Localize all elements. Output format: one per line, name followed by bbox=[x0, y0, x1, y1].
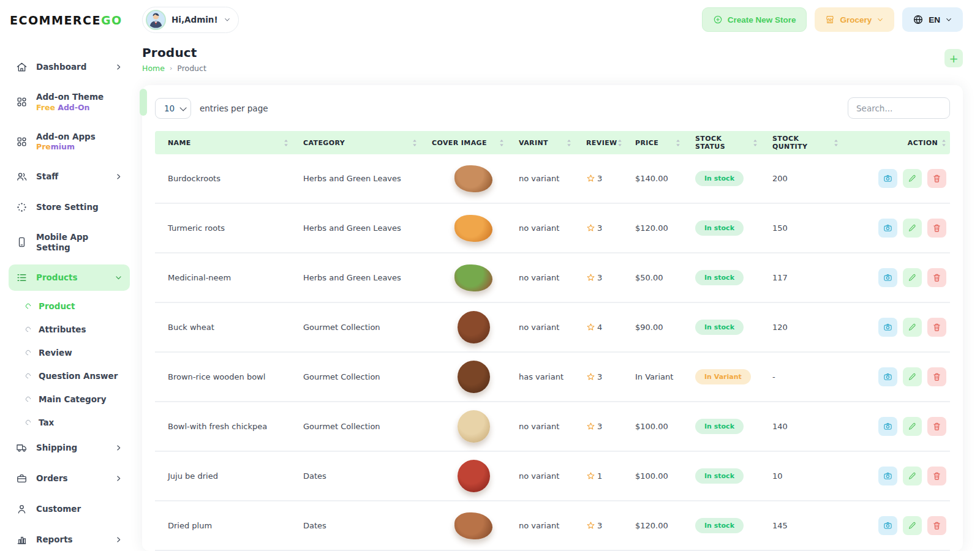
column-header-price[interactable]: PRICE bbox=[635, 139, 695, 147]
view-button[interactable] bbox=[878, 318, 897, 337]
sidebar-item-sublabel: Premium bbox=[36, 142, 96, 152]
pencil-icon bbox=[908, 323, 917, 332]
sidebar-subitem-product[interactable]: Product bbox=[9, 295, 130, 317]
row-actions bbox=[853, 417, 950, 436]
edit-button[interactable] bbox=[903, 318, 922, 337]
column-header-review[interactable]: REVIEW bbox=[586, 139, 635, 147]
pencil-icon bbox=[908, 174, 917, 183]
edit-button[interactable] bbox=[903, 367, 922, 386]
topbar-actions: Create New Store Grocery EN bbox=[702, 7, 963, 32]
pencil-icon bbox=[908, 422, 917, 431]
camera-icon bbox=[883, 174, 892, 183]
breadcrumb-home-link[interactable]: Home bbox=[142, 64, 165, 73]
bullet-icon bbox=[24, 419, 31, 425]
search-input[interactable] bbox=[848, 97, 950, 119]
column-header-status[interactable]: STOCK STATUS bbox=[695, 135, 772, 151]
edit-button[interactable] bbox=[903, 219, 922, 238]
column-header-variant[interactable]: VARINT bbox=[519, 139, 586, 147]
trash-icon bbox=[932, 323, 941, 332]
delete-button[interactable] bbox=[927, 318, 946, 337]
sidebar-subitem-review[interactable]: Review bbox=[9, 342, 130, 364]
delete-button[interactable] bbox=[927, 219, 946, 238]
delete-button[interactable] bbox=[927, 367, 946, 386]
view-button[interactable] bbox=[878, 268, 897, 287]
sidebar-item-label: Orders bbox=[36, 473, 68, 484]
row-actions bbox=[853, 268, 950, 287]
edit-button[interactable] bbox=[903, 169, 922, 188]
sidebar-subitem-question-answer[interactable]: Question Answer bbox=[9, 365, 130, 387]
user-menu[interactable]: Hi,Admin! bbox=[142, 7, 239, 33]
view-button[interactable] bbox=[878, 516, 897, 535]
column-header-cover[interactable]: COVER IMAGE bbox=[432, 139, 519, 147]
column-header-action[interactable]: ACTION bbox=[853, 139, 950, 147]
add-product-button[interactable]: + bbox=[944, 49, 963, 67]
cover-image-cell bbox=[432, 410, 519, 443]
column-header-name[interactable]: NAME bbox=[168, 139, 303, 147]
product-name: Juju be dried bbox=[168, 471, 303, 481]
column-header-qty[interactable]: STOCK QUNTITY bbox=[772, 135, 853, 151]
sidebar-item-label: Add-on ThemeFree Add-On bbox=[36, 92, 104, 113]
sidebar-item-reports[interactable]: Reports bbox=[9, 527, 130, 551]
view-button[interactable] bbox=[878, 219, 897, 238]
sidebar-item-mobile-app-setting[interactable]: Mobile App Setting bbox=[9, 225, 130, 260]
sidebar-item-add-on-theme[interactable]: Add-on ThemeFree Add-On bbox=[9, 84, 130, 120]
stock-quantity: - bbox=[772, 372, 853, 381]
brand-logo[interactable]: ECOMMERCEGO bbox=[9, 13, 130, 27]
delete-button[interactable] bbox=[927, 417, 946, 436]
product-image bbox=[458, 361, 490, 393]
cover-image-cell bbox=[432, 512, 519, 539]
stock-status-badge: In stock bbox=[695, 220, 744, 236]
sidebar-item-shipping[interactable]: Shipping bbox=[9, 435, 130, 461]
edit-button[interactable] bbox=[903, 268, 922, 287]
briefcase-icon bbox=[16, 473, 28, 484]
product-variant: no variant bbox=[519, 323, 586, 332]
page-size-select[interactable]: 10 bbox=[155, 98, 191, 119]
sidebar-item-add-on-apps[interactable]: Add-on AppsPremium bbox=[9, 124, 130, 160]
column-header-category[interactable]: CATEGORY bbox=[303, 139, 432, 147]
language-switcher-button[interactable]: EN bbox=[902, 7, 963, 32]
sidebar-subitem-attributes[interactable]: Attributes bbox=[9, 318, 130, 340]
view-button[interactable] bbox=[878, 169, 897, 188]
sidebar-subitem-label: Tax bbox=[39, 418, 54, 427]
sidebar-item-dashboard[interactable]: Dashboard bbox=[9, 54, 130, 80]
column-label: PRICE bbox=[635, 139, 658, 147]
product-name: Burdockroots bbox=[168, 174, 303, 183]
product-table-card: 10 entries per page NAME CATEGORY COVER … bbox=[142, 85, 963, 551]
sidebar-item-orders[interactable]: Orders bbox=[9, 465, 130, 492]
stock-status-cell: In stock bbox=[695, 171, 772, 186]
edit-button[interactable] bbox=[903, 467, 922, 485]
store-switcher-button[interactable]: Grocery bbox=[815, 7, 894, 32]
cover-image-cell bbox=[432, 165, 519, 192]
bullet-icon bbox=[24, 302, 31, 309]
sidebar-subitem-tax[interactable]: Tax bbox=[9, 411, 130, 433]
product-review: 3 bbox=[586, 223, 635, 233]
sidebar-item-customer[interactable]: Customer bbox=[9, 496, 130, 522]
app-window: ECOMMERCEGO Dashboard Add-on ThemeFree A… bbox=[0, 0, 980, 551]
edit-button[interactable] bbox=[903, 417, 922, 436]
sidebar-item-products[interactable]: Products bbox=[9, 264, 130, 291]
view-button[interactable] bbox=[878, 417, 897, 436]
product-category: Gourmet Collection bbox=[303, 372, 432, 381]
sidebar-item-store-setting[interactable]: Store Setting bbox=[9, 194, 130, 220]
delete-button[interactable] bbox=[927, 169, 946, 188]
column-label: STOCK STATUS bbox=[695, 135, 753, 151]
delete-button[interactable] bbox=[927, 467, 946, 485]
edit-button[interactable] bbox=[903, 516, 922, 535]
delete-button[interactable] bbox=[927, 516, 946, 535]
row-actions bbox=[853, 169, 950, 188]
bullet-icon bbox=[24, 349, 31, 356]
stock-status-cell: In stock bbox=[695, 320, 772, 335]
sidebar-subitem-main-category[interactable]: Main Category bbox=[9, 388, 130, 410]
view-button[interactable] bbox=[878, 467, 897, 485]
view-button[interactable] bbox=[878, 367, 897, 386]
product-name: Brown-rice wooden bowl bbox=[168, 372, 303, 381]
create-new-store-button[interactable]: Create New Store bbox=[702, 7, 807, 32]
row-actions bbox=[853, 219, 950, 238]
product-price: In Variant bbox=[635, 372, 695, 381]
review-count: 3 bbox=[597, 174, 602, 183]
table-row: Turmeric roots Herbs and Green Leaves no… bbox=[155, 204, 950, 253]
cover-image-cell bbox=[432, 215, 519, 242]
star-icon bbox=[586, 422, 595, 431]
sidebar-item-staff[interactable]: Staff bbox=[9, 163, 130, 190]
delete-button[interactable] bbox=[927, 268, 946, 287]
